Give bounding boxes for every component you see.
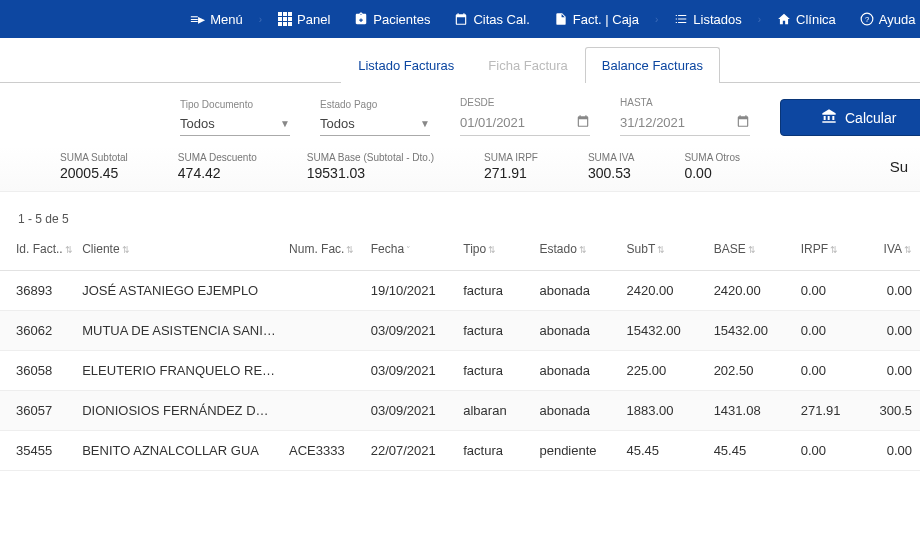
filter-label: Estado Pago [320,99,430,110]
cell-irpf: 271.91 [795,391,866,431]
nav-clinica-label: Clínica [796,12,836,27]
nav-citas-label: Citas Cal. [473,12,529,27]
table-row[interactable]: 36057DIONIOSIOS FERNÁNDEZ DE FLOR03/09/2… [0,391,920,431]
tabs-bar: Listado Facturas Ficha Factura Balance F… [0,38,920,83]
cell-id: 36058 [0,351,76,391]
col-numfac[interactable]: Num. Fac.⇅ [283,230,365,271]
tab-balance-facturas[interactable]: Balance Facturas [585,47,720,83]
pager-text: 1 - 5 de 5 [0,192,920,230]
table-row[interactable]: 36062MUTUA DE ASISTENCIA SANITARI03/09/2… [0,311,920,351]
sum-label: SUMA Base (Subtotal - Dto.) [307,152,434,163]
filters-row: Tipo Documento Todos ▼ Estado Pago Todos… [0,83,920,146]
col-iva[interactable]: IVA⇅ [866,230,921,271]
chevron-icon: › [257,14,264,25]
tab-ficha-factura[interactable]: Ficha Factura [471,47,584,83]
sort-icon: ⇅ [904,245,912,255]
col-irpf[interactable]: IRPF⇅ [795,230,866,271]
cell-fecha: 03/09/2021 [365,351,458,391]
nav-menu[interactable]: ≡▸ Menú [180,5,253,33]
col-subt[interactable]: SubT⇅ [621,230,708,271]
cell-base: 1431.08 [708,391,795,431]
top-navbar: ≡▸ Menú › Panel Pacientes Citas Cal. Fac… [0,0,920,38]
sum-value: 19531.03 [307,165,434,181]
summary-row: SUMA Subtotal 20005.45 SUMA Descuento 47… [0,146,920,192]
patients-icon [354,12,368,26]
cell-fecha: 03/09/2021 [365,391,458,431]
col-id[interactable]: Id. Fact..⇅ [0,230,76,271]
sort-icon: ⇅ [579,245,587,255]
cell-irpf: 0.00 [795,311,866,351]
sum-otros: SUMA Otros 0.00 [684,152,740,181]
nav-panel[interactable]: Panel [268,6,340,33]
sum-value: 271.91 [484,165,538,181]
col-fecha[interactable]: Fecha˅ [365,230,458,271]
cell-subt: 15432.00 [621,311,708,351]
cell-cliente: BENITO AZNALCOLLAR GUA [76,431,283,471]
nav-fact-label: Fact. | Caja [573,12,639,27]
table-row[interactable]: 35455BENITO AZNALCOLLAR GUAACE333322/07/… [0,431,920,471]
cell-base: 15432.00 [708,311,795,351]
col-base[interactable]: BASE⇅ [708,230,795,271]
calendar-icon [736,114,750,131]
cell-subt: 1883.00 [621,391,708,431]
sum-value: 0.00 [684,165,740,181]
cell-estado: abonada [533,271,620,311]
tab-listado-facturas[interactable]: Listado Facturas [341,47,471,83]
calcular-button[interactable]: Calcular [780,99,920,136]
sum-label: SUMA IVA [588,152,635,163]
sum-iva: SUMA IVA 300.53 [588,152,635,181]
svg-text:?: ? [865,15,869,24]
date-value: 31/12/2021 [620,115,685,130]
help-icon: ? [860,12,874,26]
nav-pacientes[interactable]: Pacientes [344,6,440,33]
dropdown-icon: ▼ [280,118,290,129]
cell-subt: 45.45 [621,431,708,471]
svg-rect-2 [288,12,292,16]
table-row[interactable]: 36058ELEUTERIO FRANQUELO REMILGO03/09/20… [0,351,920,391]
cell-tipo: factura [457,311,533,351]
cell-iva: 0.00 [866,431,921,471]
calcular-label: Calcular [845,110,896,126]
col-cliente[interactable]: Cliente⇅ [76,230,283,271]
sum-trailing: Su [890,158,910,175]
menu-icon: ≡▸ [190,11,205,27]
sort-desc-icon: ˅ [406,245,411,255]
sort-icon: ⇅ [346,245,354,255]
sort-icon: ⇅ [122,245,130,255]
sort-icon: ⇅ [830,245,838,255]
cell-base: 2420.00 [708,271,795,311]
hasta-date-input[interactable]: 31/12/2021 [620,110,750,136]
nav-ayuda[interactable]: ? Ayuda [850,6,920,33]
sum-label: SUMA IRPF [484,152,538,163]
col-tipo[interactable]: Tipo⇅ [457,230,533,271]
sum-value: 300.53 [588,165,635,181]
sum-descuento: SUMA Descuento 474.42 [178,152,257,181]
sum-label: SUMA Descuento [178,152,257,163]
home-icon [777,12,791,26]
cell-cliente: DIONIOSIOS FERNÁNDEZ DE FLOR [76,391,283,431]
cell-estado: pendiente [533,431,620,471]
cell-tipo: factura [457,351,533,391]
tipo-documento-select[interactable]: Todos ▼ [180,112,290,136]
cell-iva: 0.00 [866,271,921,311]
estado-pago-select[interactable]: Todos ▼ [320,112,430,136]
svg-rect-1 [283,12,287,16]
nav-panel-label: Panel [297,12,330,27]
nav-ayuda-label: Ayuda [879,12,916,27]
cell-numfac [283,391,365,431]
cell-id: 36062 [0,311,76,351]
nav-citas[interactable]: Citas Cal. [444,6,539,33]
cell-subt: 2420.00 [621,271,708,311]
cell-iva: 0.00 [866,351,921,391]
table-row[interactable]: 36893JOSÉ ASTANIEGO EJEMPLO19/10/2021fac… [0,271,920,311]
nav-fact[interactable]: Fact. | Caja [544,6,649,33]
cell-subt: 225.00 [621,351,708,391]
sort-icon: ⇅ [488,245,496,255]
svg-rect-7 [283,22,287,26]
nav-listados[interactable]: Listados [664,6,751,33]
desde-date-input[interactable]: 01/01/2021 [460,110,590,136]
nav-clinica[interactable]: Clínica [767,6,846,33]
calendar-icon [454,12,468,26]
col-estado[interactable]: Estado⇅ [533,230,620,271]
sort-icon: ⇅ [657,245,665,255]
